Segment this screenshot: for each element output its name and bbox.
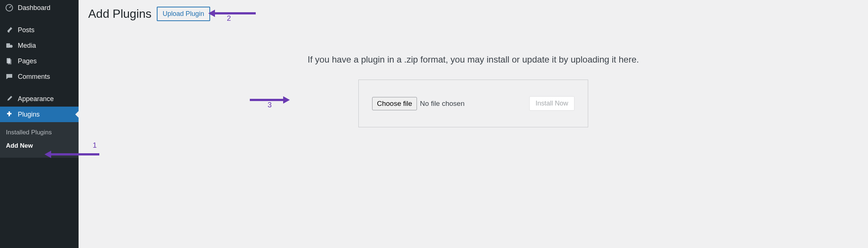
nav-pages[interactable]: Pages	[0, 53, 79, 69]
choose-file-button[interactable]: Choose file	[372, 97, 417, 110]
file-status-text: No file chosen	[420, 100, 464, 108]
nav-label: Posts	[18, 26, 34, 34]
media-icon	[5, 41, 13, 50]
page-title: Add Plugins	[88, 7, 152, 21]
nav-label: Pages	[18, 57, 37, 65]
comments-icon	[5, 73, 13, 81]
nav-plugins[interactable]: Plugins	[0, 107, 79, 122]
annotation-arrow-2: 2	[208, 10, 256, 17]
nav-label: Dashboard	[18, 4, 50, 12]
main-content: Add Plugins Upload Plugin If you have a …	[79, 0, 868, 248]
nav-appearance[interactable]: Appearance	[0, 91, 79, 107]
nav-comments[interactable]: Comments	[0, 69, 79, 84]
upload-instruction: If you have a plugin in a .zip format, y…	[88, 54, 858, 65]
nav-media[interactable]: Media	[0, 38, 79, 53]
annotation-arrow-3: 3	[250, 96, 290, 104]
nav-posts[interactable]: Posts	[0, 22, 79, 38]
upload-plugin-button[interactable]: Upload Plugin	[157, 7, 210, 21]
file-input-area: Choose file No file chosen	[372, 97, 464, 110]
pin-icon	[5, 26, 13, 34]
plugin-icon	[5, 110, 13, 118]
nav-label: Appearance	[18, 95, 54, 103]
admin-sidebar: Dashboard Posts Media Pages Comments App…	[0, 0, 79, 248]
annotation-label-1: 1	[93, 141, 97, 150]
install-now-button[interactable]: Install Now	[529, 96, 574, 111]
nav-label: Plugins	[18, 111, 40, 118]
upload-form: Choose file No file chosen Install Now	[358, 80, 588, 127]
annotation-label-2: 2	[227, 14, 231, 23]
submenu-installed-plugins[interactable]: Installed Plugins	[0, 126, 79, 139]
nav-dashboard[interactable]: Dashboard	[0, 0, 79, 16]
svg-rect-1	[6, 43, 10, 48]
nav-label: Comments	[18, 73, 50, 81]
svg-rect-4	[8, 59, 11, 64]
svg-point-2	[10, 45, 13, 48]
annotation-arrow-1: 1	[44, 151, 99, 158]
annotation-label-3: 3	[268, 101, 272, 109]
page-header: Add Plugins Upload Plugin	[88, 7, 858, 21]
pages-icon	[5, 57, 13, 65]
nav-label: Media	[18, 42, 36, 50]
brush-icon	[5, 95, 13, 103]
dashboard-icon	[5, 4, 13, 12]
